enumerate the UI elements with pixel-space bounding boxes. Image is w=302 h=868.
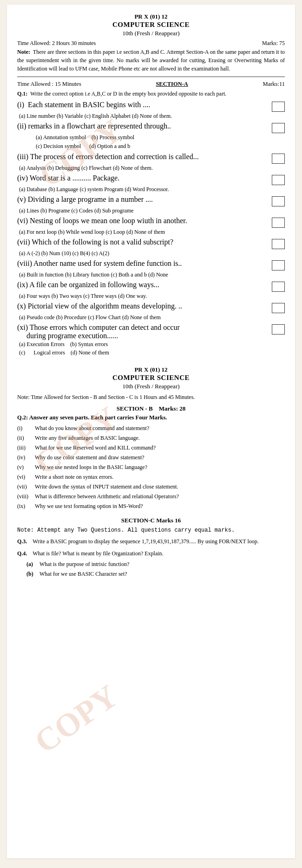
q-num-i: (i) xyxy=(17,101,28,109)
q-text-xi: Those errors which computer can detect a… xyxy=(17,323,180,340)
question-item-xi: (xi) Those errors which computer can det… xyxy=(17,323,285,340)
class-title: 10th (Fresh / Reappear) xyxy=(17,30,285,37)
list-item: (iv) Why do use color statement and draw… xyxy=(17,453,285,462)
class-title-2: 10th (Fresh / Reappear) xyxy=(17,383,285,390)
item-text: Write a short note on syntax errors. xyxy=(35,473,285,481)
item-text: Why we use nested loops in the BASIC lan… xyxy=(35,463,285,471)
section-b-header: SECTION - B Marks: 28 xyxy=(17,405,285,412)
question-item-iii: (iii) The process of errors detection an… xyxy=(17,153,285,164)
section-c-header: SECTION-C Marks 16 xyxy=(17,517,285,524)
item-num: (vi) xyxy=(17,473,35,481)
list-item: (ii) Write any five advantages of BASIC … xyxy=(17,434,285,442)
question-text-x: (x) Pictorial view of the algorithm mean… xyxy=(17,302,270,310)
subject-label: COMPUTER SCIENCE xyxy=(112,21,190,28)
answer-box-i xyxy=(272,102,285,112)
answer-box-viii xyxy=(272,260,285,270)
item-num: (ii) xyxy=(17,434,35,442)
q-num-iv: (iv) xyxy=(17,174,30,182)
q4-block: Q.4. What is file? What is meant by file… xyxy=(17,549,285,558)
answer-box-vii xyxy=(272,239,285,249)
q1-instruction: Q.1: Write the correct option i.e A,B,C … xyxy=(17,90,285,98)
answer-box-iii xyxy=(272,154,285,164)
page2-note: Note: Time Allowed for Section - B and S… xyxy=(17,393,285,401)
section-a-header: Time Allowed : 15 Minutes SECTION-A Mark… xyxy=(17,81,285,88)
list-item: (ix) Why we use text formating option in… xyxy=(17,502,285,510)
question-item-vi: (vi) Nesting of loops we mean one loop w… xyxy=(17,217,285,228)
question-text-xi: (xi) Those errors which computer can det… xyxy=(17,323,270,340)
answer-box-vi xyxy=(272,218,285,228)
options-xi: (a) Execution Errors (b) Syntax errors (… xyxy=(17,340,285,357)
options-iii: (a) Analysis (b) Debugging (c) Flowchart… xyxy=(17,164,285,172)
sub-label-a: (a) xyxy=(26,560,39,568)
q-text-ii: remarks in a flowchart are represented t… xyxy=(28,122,171,130)
q3-text: Write a BASIC program to display the seq… xyxy=(33,538,259,545)
options-ix: (a) Four ways (b) Two ways (c) Three way… xyxy=(17,292,285,300)
question-item-ii: (ii) remarks in a flowchart are represen… xyxy=(17,122,285,133)
question-item-vii: (vii) Which of the following is not a va… xyxy=(17,238,285,249)
options-iv: (a) Database (b) Language (c) system Pro… xyxy=(17,185,285,193)
item-num: (i) xyxy=(17,424,35,432)
list-item: (i) What do you know about command and s… xyxy=(17,424,285,432)
list-item: (viii) What is difference between Arithm… xyxy=(17,492,285,501)
section-b-name: SECTION - B xyxy=(117,405,153,412)
section-c-note: Note: Attempt any Two Questions. All que… xyxy=(17,526,285,534)
item-text: Write down the syntax of INPUT statement… xyxy=(35,482,285,491)
question-text-v: (v) Dividing a large programe in a numbe… xyxy=(17,195,270,204)
q-num-x: (x) xyxy=(17,302,28,310)
q4-sub-b: (b) What for we use BASIC Character set? xyxy=(17,570,285,578)
list-item: (v) Why we use nested loops in the BASIC… xyxy=(17,463,285,471)
question-text-vi: (vi) Nesting of loops we mean one loop w… xyxy=(17,217,270,225)
item-text: Why do use color statement and draw stat… xyxy=(35,453,285,462)
subject-title: COMPUTER SCIENCE xyxy=(17,21,285,29)
q-num-ix: (ix) xyxy=(17,281,29,289)
note-text: There are three sections in this paper i… xyxy=(17,49,285,72)
q4-label: Q.4. xyxy=(17,550,27,557)
q-text-vi: Nesting of loops we mean one loop wiuth … xyxy=(30,217,187,225)
item-text: Write any five advantages of BASIC langu… xyxy=(35,434,285,442)
general-note: Note: There are three sections in this p… xyxy=(17,48,285,73)
question-item-iv: (iv) Word star is a .......... Package. xyxy=(17,174,285,185)
watermark-3: COPY xyxy=(28,677,125,760)
options-vii: (a) A (-2) (b) Num (10) (c) B(4) (c) A(2… xyxy=(17,249,285,257)
q-num-v: (v) xyxy=(17,195,28,203)
answer-box-ix xyxy=(272,282,285,292)
item-num: (v) xyxy=(17,463,35,471)
q-text-ix: A file can be organized in following way… xyxy=(29,281,159,289)
options-vi: (a) For next loop (b) While wend loop (c… xyxy=(17,228,285,236)
q-text-i: Each statement in BASIC begins with .... xyxy=(28,101,150,109)
q4-sub-a: (a) What is the purpose of intrisic func… xyxy=(17,560,285,568)
q-text-iv: Word star is a .......... Package. xyxy=(30,174,119,182)
answer-box-v xyxy=(272,196,285,206)
question-text-i: (i) Each statement in BASIC begins with … xyxy=(17,101,270,109)
section-a-marks: Marks:11 xyxy=(263,81,285,88)
sub-label-b: (b) xyxy=(26,570,39,578)
item-num: (vii) xyxy=(17,482,35,491)
q-num-ii: (ii) xyxy=(17,122,28,130)
options-ii: (a) Annotation symbol (b) Process symbol… xyxy=(17,133,285,151)
question-text-vii: (vii) Which of the following is not a va… xyxy=(17,238,270,246)
paper-id: PR X (01) 12 xyxy=(17,13,285,20)
q4-text: What is file? What is meant by file Orga… xyxy=(33,550,163,557)
list-item: (vi) Write a short note on syntax errors… xyxy=(17,473,285,481)
q-num-xi: (xi) xyxy=(17,323,30,331)
options-viii: (a) Built in function (b) Library functi… xyxy=(17,270,285,279)
q2-instruction: Q.2: Answer any seven parts. Each part c… xyxy=(17,414,285,421)
paper-id-2: PR X (01) 12 xyxy=(17,366,285,373)
question-text-iv: (iv) Word star is a .......... Package. xyxy=(17,174,270,182)
subject-title-2: COMPUTER SCIENCE xyxy=(17,374,285,382)
item-num: (viii) xyxy=(17,492,35,501)
marks-total: Marks: 75 xyxy=(262,40,285,47)
question-item-x: (x) Pictorial view of the algorithm mean… xyxy=(17,302,285,313)
question-item-ix: (ix) A file can be organized in followin… xyxy=(17,281,285,292)
answer-box-xi xyxy=(272,324,285,334)
item-text: Why we use text formating option in MS-W… xyxy=(35,502,285,510)
q1-label: Q.1: xyxy=(17,90,27,97)
q-text-x: Pictorial view of the algorithm means de… xyxy=(28,302,182,310)
answer-box-x xyxy=(272,303,285,313)
section-b-marks: Marks: 28 xyxy=(159,405,185,412)
q-num-iii: (iii) xyxy=(17,153,30,161)
question-text-viii: (viii) Another name used for system defi… xyxy=(17,259,270,268)
answer-box-ii xyxy=(272,123,285,133)
item-text: What do you know about command and state… xyxy=(35,424,285,432)
q-num-vi: (vi) xyxy=(17,217,30,225)
